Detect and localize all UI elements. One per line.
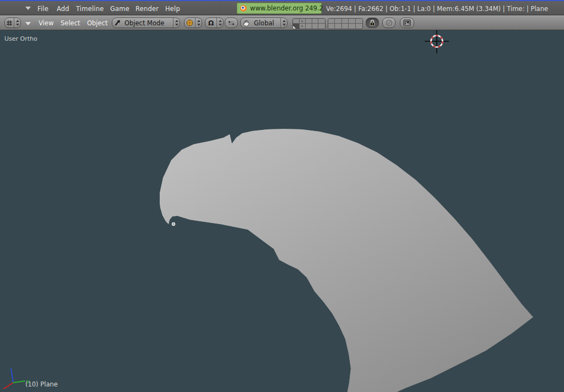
menu-add[interactable]: Add <box>57 5 69 13</box>
pivot-spinner[interactable] <box>216 18 223 28</box>
viewport-3d[interactable]: y User Ortho (10) Plane <box>0 30 564 392</box>
viewport-canvas: y <box>0 30 564 392</box>
draw-type-spinner[interactable] <box>195 18 202 28</box>
window-menu-collapse-icon[interactable] <box>25 7 31 10</box>
menu-game[interactable]: Game <box>110 5 129 13</box>
layer-20[interactable] <box>356 24 362 29</box>
layer-15[interactable] <box>318 24 325 29</box>
menu-view[interactable]: View <box>39 19 53 27</box>
header-menu-collapse-icon[interactable] <box>25 22 31 25</box>
orientation-dropdown[interactable]: Global <box>240 18 288 28</box>
layer-9[interactable] <box>349 19 355 24</box>
menu-file[interactable]: File <box>37 5 48 13</box>
view-name-label: User Ortho <box>4 35 37 42</box>
render-window-button[interactable] <box>400 18 414 28</box>
render-image-icon <box>400 19 414 26</box>
editor-grid-icon <box>5 20 14 26</box>
beak-droplet <box>172 222 175 225</box>
pivot-button[interactable]: Ω <box>205 18 224 28</box>
layer-2[interactable] <box>300 19 306 24</box>
axis-x <box>4 383 13 389</box>
proportional-edit-button[interactable] <box>382 18 395 28</box>
menu-object[interactable]: Object <box>87 19 107 27</box>
layer-group-2[interactable] <box>328 18 363 29</box>
editor-type-spinner[interactable] <box>14 18 20 28</box>
mode-dropdown-spinner[interactable] <box>173 18 180 28</box>
layer-6[interactable] <box>328 19 335 24</box>
layer-4[interactable] <box>312 19 319 24</box>
mode-dropdown[interactable]: Object Mode <box>112 18 180 28</box>
layer-14[interactable] <box>312 24 319 29</box>
layer-17[interactable] <box>335 24 341 29</box>
layer-7[interactable] <box>335 19 341 24</box>
cursor-3d[interactable] <box>425 30 449 53</box>
layer-3[interactable] <box>306 19 312 24</box>
layer-19[interactable] <box>349 24 355 29</box>
version-badge[interactable]: www.blender.org 249.2 <box>237 3 322 14</box>
layer-8[interactable] <box>342 19 349 24</box>
menu-help[interactable]: Help <box>165 5 180 13</box>
mode-dropdown-label: Object Mode <box>122 19 166 27</box>
version-badge-label: www.blender.org 249.2 <box>250 4 323 12</box>
layer-13[interactable] <box>306 24 312 29</box>
editor-type-button[interactable] <box>4 18 21 28</box>
hand-icon <box>241 19 252 27</box>
ring-icon <box>383 19 395 26</box>
manipulator-button[interactable] <box>225 18 238 28</box>
layer-10[interactable] <box>356 19 362 24</box>
axis-y <box>13 381 25 383</box>
selection-outline <box>160 129 533 392</box>
lock-icon <box>366 19 378 26</box>
object-mode-icon <box>112 19 122 26</box>
layer-5[interactable] <box>318 19 325 24</box>
axis-z <box>11 369 13 383</box>
viewport-header: View Select Object Object Mode Ω <box>0 15 564 30</box>
pivot-icon: Ω <box>205 19 216 27</box>
layer-1[interactable] <box>293 19 300 24</box>
layer-12[interactable] <box>300 24 306 29</box>
draw-type-button[interactable] <box>184 18 202 28</box>
blender-logo-icon <box>240 5 247 12</box>
orientation-spinner[interactable] <box>280 18 287 28</box>
menu-render[interactable]: Render <box>135 5 159 13</box>
layer-group-1[interactable] <box>292 18 326 29</box>
menu-select[interactable]: Select <box>61 19 80 27</box>
orientation-dropdown-label: Global <box>252 19 276 27</box>
layer-18[interactable] <box>342 24 349 29</box>
scene-stats: Ve:2694 | Fa:2662 | Ob:1-1 | La:0 | Mem:… <box>326 5 548 13</box>
frame-object-label: (10) Plane <box>25 380 58 388</box>
shading-solid-icon <box>185 19 195 26</box>
manipulator-icon <box>225 20 237 26</box>
menu-timeline[interactable]: Timeline <box>76 5 104 13</box>
lock-layers-button[interactable] <box>366 18 379 28</box>
layer-16[interactable] <box>328 24 335 29</box>
layer-11[interactable] <box>293 24 300 29</box>
main-menu-bar: File Add Timeline Game Render Help www.b… <box>0 0 564 15</box>
